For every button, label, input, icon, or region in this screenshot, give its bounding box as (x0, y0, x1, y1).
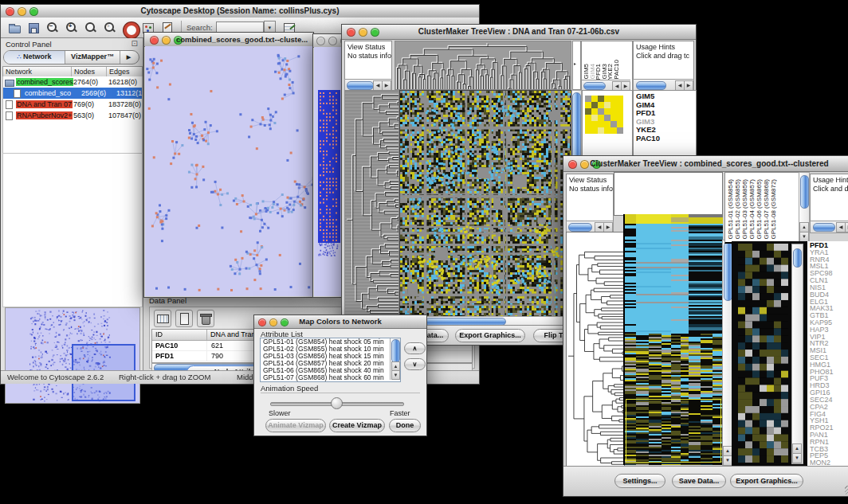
close-icon[interactable] (316, 37, 325, 45)
gene-label[interactable]: PUF3 (810, 375, 848, 382)
tv1-summary-heatmap[interactable] (585, 96, 623, 134)
save-icon[interactable] (25, 20, 42, 36)
gene-label[interactable]: TCB3 (810, 446, 848, 453)
tv2-secondary-vscrollbar[interactable]: ▲ ▼ (791, 244, 803, 464)
network-canvas-area-2[interactable] (314, 47, 341, 296)
treeview2-titlebar[interactable]: ClusterMaker TreeView : combined_scores_… (563, 156, 848, 172)
zoom-selected-icon[interactable] (82, 20, 100, 36)
tv1-splitter[interactable]: ▸ (572, 41, 581, 90)
move-down-button[interactable]: ∨ (404, 358, 426, 370)
gene-label[interactable]: PFD1 (810, 242, 848, 249)
done-button[interactable]: Done (389, 419, 421, 432)
gene-label[interactable]: KAP95 (810, 319, 848, 326)
minimize-icon[interactable] (328, 37, 337, 45)
gene-label[interactable]: PAC10 (636, 135, 696, 143)
gene-label[interactable]: GPI16 (810, 389, 848, 397)
network-graph-2[interactable] (314, 47, 341, 296)
tv1-heatmap[interactable] (399, 90, 571, 317)
gene-label[interactable]: FIG4 (810, 411, 848, 418)
move-up-button[interactable]: ∧ (404, 342, 426, 354)
DNA and Tran 07[interactable]: DNA and Tran 07 769(0) 183728(0) (3, 99, 142, 110)
dialog-titlebar[interactable]: Map Colors to Network (254, 315, 426, 329)
gene-label[interactable]: MSI1 (810, 347, 848, 354)
settings-button[interactable]: Settings... (614, 474, 665, 488)
scroll-down-icon[interactable]: ▼ (792, 453, 802, 463)
attribute-list-scrollbar[interactable]: ▲ ▼ (390, 338, 400, 380)
network-view2-titlebar[interactable] (313, 34, 342, 48)
resize-grip[interactable] (845, 486, 848, 494)
slider-thumb[interactable] (331, 397, 343, 409)
combined_sco[interactable]: combined_sco 2569(6) 13112(15) (3, 88, 142, 99)
zoom-out-icon[interactable]: − (44, 20, 61, 36)
tv2-hints-scrollbar[interactable]: ◀ ▶ (810, 221, 848, 233)
gene-label[interactable]: PFD1 (636, 109, 696, 118)
gene-label[interactable]: YRA1 (810, 249, 848, 256)
scroll-down-icon[interactable]: ▼ (391, 370, 400, 380)
RNAPuberNov2+[interactable]: RNAPuberNov2+ 563(0) 107847(0) (3, 110, 142, 121)
tv2-col-labels-scrollbar[interactable]: ▲ ▼ (799, 172, 810, 243)
gene-label[interactable]: SEC1 (810, 354, 848, 361)
gene-label[interactable]: ELG1 (810, 299, 848, 306)
minimize-icon[interactable] (162, 36, 171, 45)
gene-label[interactable]: GIM5 (636, 92, 696, 101)
tv2-secondary-heatmap[interactable] (738, 244, 788, 463)
help-lifesaver-icon[interactable] (120, 20, 138, 36)
network-graph[interactable] (145, 46, 312, 296)
treeview1-titlebar[interactable]: ClusterMaker TreeView : DNA and Tran 07-… (342, 25, 696, 40)
gene-label[interactable]: HMG1 (810, 361, 848, 369)
gene-label[interactable]: PAN1 (810, 432, 848, 439)
close-icon[interactable] (150, 36, 159, 45)
tv2-heatmap[interactable] (623, 214, 723, 465)
gene-label[interactable]: GIM3 (636, 118, 696, 127)
gene-label[interactable]: SPC98 (810, 270, 848, 277)
gene-label[interactable]: PHO81 (810, 369, 848, 376)
create-vizmap-button[interactable]: Create Vizmap (329, 419, 385, 432)
tab-vizmapper[interactable]: VizMapper™ (65, 51, 120, 64)
gene-label[interactable]: RPN1 (810, 439, 848, 446)
save-data-button[interactable]: Save Data... (672, 474, 726, 488)
zoom-fit-icon[interactable]: ▫ (101, 20, 119, 36)
gene-label[interactable]: CLN1 (810, 277, 848, 284)
gene-label[interactable]: YSH1 (810, 417, 848, 424)
open-folder-icon[interactable] (6, 20, 23, 36)
combined_scores[interactable]: combined_scores 2764(0) 16218(0) (3, 76, 142, 88)
tv2-row-dendrogram[interactable] (567, 248, 624, 467)
gene-label[interactable]: RPO21 (810, 424, 848, 432)
gene-label[interactable]: BUD4 (810, 291, 848, 299)
network-canvas-area[interactable] (145, 46, 312, 296)
main-titlebar[interactable]: Cytoscape Desktop (Session Name: collins… (1, 5, 479, 18)
gene-label[interactable]: HRD3 (810, 382, 848, 389)
trash-icon[interactable] (197, 310, 214, 327)
gene-label[interactable]: SEC24 (810, 397, 848, 404)
gene-label[interactable]: MSL1 (810, 263, 848, 270)
gene-label[interactable]: RNR4 (810, 256, 848, 264)
gene-label[interactable]: NTR2 (810, 340, 848, 347)
tv1-row-dendrogram[interactable] (344, 90, 399, 317)
scroll-right-icon[interactable]: ▶ (845, 222, 848, 232)
tv2-col-dendrogram-area[interactable] (614, 172, 723, 216)
gene-label[interactable]: NIS1 (810, 284, 848, 291)
page-icon[interactable] (175, 310, 193, 327)
float-panel-icon[interactable]: ⊡ (132, 39, 138, 48)
gene-label[interactable]: GIM4 (636, 101, 696, 110)
gene-label[interactable]: HAP3 (810, 326, 848, 334)
gene-label[interactable]: YKE2 (636, 126, 696, 135)
attribute-list-item[interactable]: GPL51-07 (GSM868) heat shock 60 min (261, 374, 400, 381)
tab-network[interactable]: ∴ Network (4, 51, 65, 64)
network-view-titlebar[interactable]: combined_scores_good.txt--cluste... (144, 33, 313, 47)
network-overview[interactable] (5, 307, 140, 404)
gene-label[interactable]: PEP5 (810, 452, 848, 459)
tab-overflow-arrow-icon[interactable]: ▶ (120, 51, 137, 64)
summary-cell (585, 115, 591, 121)
gene-label[interactable]: GTB1 (810, 312, 848, 319)
table-icon[interactable] (154, 310, 171, 327)
animate-vizmap-button[interactable]: Animate Vizmap (265, 419, 326, 432)
export-graphics-button[interactable]: Export Graphics... (730, 474, 803, 488)
tv1-column-dendrogram[interactable] (395, 41, 571, 90)
export-graphics-button[interactable]: Export Graphics... (455, 329, 525, 342)
gene-label[interactable]: CPA2 (810, 404, 848, 411)
gene-label[interactable]: VIP1 (810, 334, 848, 341)
gene-label[interactable]: MAK31 (810, 305, 848, 312)
zoom-in-icon[interactable]: + (63, 20, 80, 36)
tv2-row-dendrogram-area[interactable] (566, 232, 625, 468)
